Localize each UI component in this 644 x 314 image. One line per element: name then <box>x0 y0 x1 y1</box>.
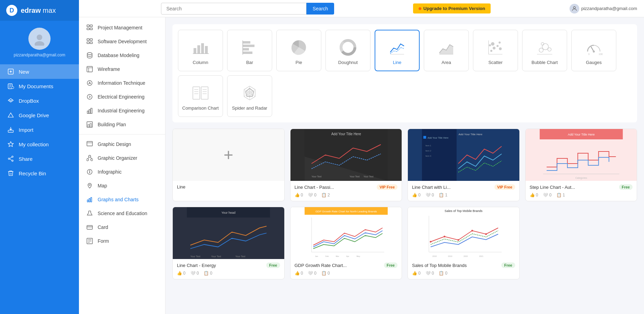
topbar: Search Upgrade to Premium Version pizzan… <box>79 0 644 17</box>
stat-likes-passive: 👍 0 <box>295 193 303 197</box>
cat-infographic[interactable]: Infographic <box>79 165 165 179</box>
cat-graphs-and-charts[interactable]: Graphs and Charts <box>79 193 165 206</box>
template-blank-line[interactable]: + Line <box>172 129 285 201</box>
svg-point-1 <box>35 41 44 46</box>
stat-copies-step: 📋 1 <box>556 193 565 197</box>
svg-point-47 <box>89 184 90 186</box>
chart-type-gauges[interactable]: 0 100 Gauges <box>571 30 616 71</box>
cat-label-graphic-organizer: Graphic Organizer <box>98 155 137 161</box>
svg-text:2021: 2021 <box>479 255 483 257</box>
share-icon <box>7 155 15 163</box>
upgrade-button[interactable]: Upgrade to Premium Version <box>413 3 491 13</box>
template-info-energy: Line Chart - Energy Free <box>173 259 284 271</box>
categories-panel: Project Management Software Development … <box>79 17 166 314</box>
form-icon <box>86 237 93 245</box>
template-sales[interactable]: Sales of Top Mobile Brands 2018 <box>408 207 520 279</box>
svg-rect-19 <box>90 25 92 27</box>
cat-electrical-engineering[interactable]: Electrical Engineering <box>79 90 165 104</box>
graphs-and-charts-icon <box>86 196 93 203</box>
stat-copies-passive: 📋 2 <box>321 193 330 197</box>
sidebar-item-my-documents[interactable]: My Documents <box>0 79 79 93</box>
chart-type-column[interactable]: Column <box>178 30 223 71</box>
svg-point-41 <box>91 159 93 161</box>
svg-text:Your Text: Your Text <box>211 255 221 258</box>
sidebar-item-share[interactable]: Share <box>0 151 79 166</box>
sidebar-nav: New My Documents DropBox Google Drive Im… <box>0 62 79 314</box>
template-info-passive: Line Chart - Passi... VIP Free <box>290 181 402 193</box>
stat-hearts-gdp: 🤍 0 <box>308 271 316 276</box>
sidebar: D edraw max pizzandparatha@gmail.com New… <box>0 0 79 314</box>
topbar-user[interactable]: pizzandparatha@gmail.com <box>570 4 637 13</box>
cat-map[interactable]: Map <box>79 179 165 193</box>
cat-science-and-education[interactable]: Science and Education <box>79 206 165 220</box>
template-gdp[interactable]: GDP Growth Rate Chart for North Leading … <box>290 207 402 279</box>
cat-form[interactable]: Form <box>79 234 165 248</box>
my-documents-icon <box>7 82 15 90</box>
svg-rect-60 <box>201 43 204 54</box>
chart-type-doughnut-label: Doughnut <box>338 60 358 65</box>
svg-point-10 <box>12 156 13 157</box>
stat-copies-li: 📋 1 <box>439 193 447 197</box>
cat-project-management[interactable]: Project Management <box>79 21 165 35</box>
svg-rect-8 <box>8 130 14 132</box>
svg-rect-93 <box>193 87 200 99</box>
chart-type-doughnut[interactable]: Doughnut <box>325 30 370 71</box>
svg-point-32 <box>87 94 92 99</box>
template-info-li: Line Chart with Li... VIP Free <box>408 181 519 193</box>
chart-type-area[interactable]: Area <box>424 30 469 71</box>
search-button[interactable]: Search <box>306 3 334 15</box>
svg-text:Sales of Top Mobile Brands: Sales of Top Mobile Brands <box>445 209 483 213</box>
svg-rect-36 <box>87 122 92 127</box>
template-badge-energy: Free <box>266 262 280 268</box>
cat-card[interactable]: Card <box>79 220 165 234</box>
bar-chart-icon <box>240 38 259 57</box>
svg-text:Apr: Apr <box>346 255 349 257</box>
cat-wireframe[interactable]: Wireframe <box>79 62 165 76</box>
svg-line-14 <box>10 159 12 160</box>
sidebar-item-new[interactable]: New <box>0 64 79 79</box>
chart-type-line[interactable]: Line <box>375 30 420 71</box>
sidebar-item-my-collection[interactable]: My collection <box>0 137 79 151</box>
template-step-line[interactable]: Add Your Title Here Categories Step Line… <box>525 129 637 201</box>
sidebar-item-recycle-bin[interactable]: Recycle Bin <box>0 166 79 181</box>
svg-point-148 <box>444 236 445 238</box>
cat-graphic-design[interactable]: Graphic Design <box>79 137 165 151</box>
doughnut-chart-icon <box>338 38 358 57</box>
cat-industrial-engineering[interactable]: Industrial Engineering <box>79 104 165 118</box>
bubble-chart-icon <box>535 38 554 57</box>
chart-type-bubble[interactable]: Bubble Chart <box>522 30 567 71</box>
sidebar-label-import: Import <box>19 127 34 133</box>
cat-building-plan[interactable]: Building Plan <box>79 118 165 131</box>
sidebar-item-dropbox[interactable]: DropBox <box>0 93 79 108</box>
svg-text:Categories: Categories <box>575 177 587 179</box>
svg-rect-66 <box>243 52 252 54</box>
stat-hearts-sales: 🤍 0 <box>426 271 434 276</box>
cat-software-development[interactable]: Software Development <box>79 35 165 48</box>
svg-text:0: 0 <box>588 53 590 55</box>
search-input[interactable] <box>161 3 306 15</box>
chart-type-pie[interactable]: Pie <box>276 30 321 71</box>
template-line-li[interactable]: Add Your Title Here Add Your Title Here … <box>408 129 520 201</box>
stat-likes-energy: 👍 0 <box>177 271 186 276</box>
sidebar-item-import[interactable]: Import <box>0 122 79 137</box>
svg-point-75 <box>490 50 492 52</box>
chart-type-spider[interactable]: Spider and Radar <box>227 75 272 117</box>
svg-rect-61 <box>205 46 208 54</box>
sidebar-item-google-drive[interactable]: Google Drive <box>0 108 79 122</box>
svg-point-90 <box>593 50 595 53</box>
cat-information-technique[interactable]: Information Technique <box>79 76 165 90</box>
industrial-engineering-icon <box>86 107 93 114</box>
chart-type-comparison[interactable]: Comparison Chart <box>178 75 223 117</box>
app-logo[interactable]: D edraw max <box>0 0 79 21</box>
sidebar-label-google-drive: Google Drive <box>19 112 49 118</box>
template-line-passive[interactable]: Add Your Title Here Your Text Your Text … <box>290 129 402 201</box>
chart-type-gauges-label: Gauges <box>586 60 602 65</box>
svg-rect-37 <box>87 141 92 146</box>
cat-database-modeling[interactable]: Database Modeling <box>79 48 165 62</box>
chart-type-scatter[interactable]: Scatter <box>473 30 518 71</box>
cat-graphic-organizer[interactable]: Graphic Organizer <box>79 151 165 165</box>
svg-text:Item 2: Item 2 <box>426 150 431 152</box>
svg-rect-59 <box>197 45 200 54</box>
chart-type-bar[interactable]: Bar <box>227 30 272 71</box>
template-line-energy[interactable]: Your head Your Text Your Text Your Text … <box>172 207 285 279</box>
